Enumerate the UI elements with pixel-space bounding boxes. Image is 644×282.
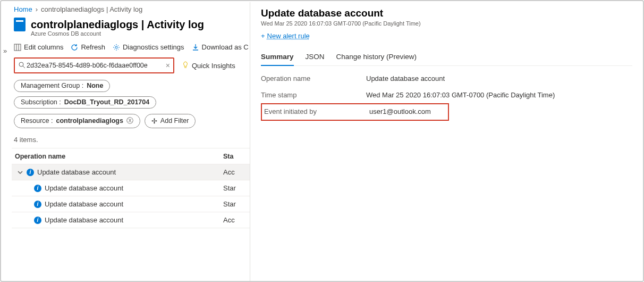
plus-icon: + [261, 32, 265, 40]
table-row[interactable]: i Update database account Acc [12, 212, 250, 228]
info-icon: i [34, 217, 41, 224]
info-icon: i [34, 201, 41, 208]
kv-operation-name: Operation name Update database account [261, 74, 632, 82]
refresh-button[interactable]: Refresh [71, 43, 105, 51]
kv-key: Time stamp [261, 91, 366, 99]
info-icon: i [27, 169, 34, 176]
kv-time-stamp: Time stamp Wed Mar 25 2020 16:07:03 GMT-… [261, 91, 632, 99]
row-status: Acc [223, 168, 250, 176]
search-input[interactable] [26, 61, 166, 70]
table-header: Operation name Sta [12, 148, 250, 164]
expand-nav-handle[interactable]: » [3, 47, 7, 55]
detail-title: Update database account [261, 7, 632, 19]
search-box: × [14, 57, 174, 73]
filter-resource[interactable]: Resource : controlplanediaglogs ⓧ [14, 114, 140, 128]
columns-icon [14, 44, 21, 51]
lightbulb-icon [182, 61, 189, 70]
add-filter-icon: ✢ [151, 117, 157, 125]
chevron-right-icon: › [36, 5, 38, 13]
info-icon: i [34, 185, 41, 192]
refresh-icon [71, 44, 78, 51]
download-button[interactable]: Download as C [192, 43, 249, 51]
svg-rect-0 [14, 44, 21, 51]
row-status: Star [223, 200, 250, 208]
add-filter-label: Add Filter [160, 117, 189, 125]
activity-table: Operation name Sta i Update database acc… [12, 148, 250, 228]
row-status: Acc [223, 216, 250, 224]
row-op-name: Update database account [45, 200, 123, 208]
filter-subscription[interactable]: Subscription : DocDB_Tryout_RD_201704 [14, 96, 156, 109]
activity-log-pane: Home › controlplanediaglogs | Activity l… [12, 4, 250, 279]
kv-value: Wed Mar 25 2020 16:07:03 GMT-0700 (Pacif… [366, 91, 555, 99]
row-op-name: Update database account [37, 168, 116, 176]
mg-label: Management Group : [21, 82, 83, 89]
breadcrumb-home[interactable]: Home [14, 5, 32, 13]
page-title-row: controlplanediaglogs | Activity log [12, 16, 250, 31]
quick-insights-label: Quick Insights [192, 62, 235, 70]
gear-icon [113, 44, 120, 51]
table-row[interactable]: i Update database account Acc [12, 164, 250, 180]
sub-label: Subscription : [21, 98, 61, 106]
detail-timestamp: Wed Mar 25 2020 16:07:03 GMT-0700 (Pacif… [261, 20, 632, 27]
breadcrumb: Home › controlplanediaglogs | Activity l… [12, 4, 250, 16]
breadcrumb-current: controlplanediaglogs | Activity log [41, 5, 142, 13]
kv-event-initiated-by: Event initiated by user1@outlook.com [261, 103, 449, 121]
filter-pills: Management Group : None Subscription : D… [12, 79, 250, 113]
tab-summary[interactable]: Summary [261, 51, 294, 66]
search-row: × Quick Insights [12, 55, 250, 79]
res-value: controlplanediaglogs [56, 117, 123, 125]
edit-columns-label: Edit columns [24, 43, 63, 51]
new-alert-rule-label: New alert rule [267, 32, 310, 40]
search-icon [18, 61, 26, 70]
tab-change-history[interactable]: Change history (Preview) [336, 51, 417, 65]
cosmosdb-icon [14, 18, 26, 31]
row-op-name: Update database account [45, 184, 123, 192]
kv-key: Event initiated by [262, 107, 369, 115]
svg-point-4 [19, 62, 23, 67]
svg-line-5 [23, 66, 25, 68]
new-alert-rule-button[interactable]: + New alert rule [261, 32, 310, 40]
detail-pane: Update database account Wed Mar 25 2020 … [250, 2, 643, 281]
filter-management-group[interactable]: Management Group : None [14, 80, 110, 92]
kv-value: user1@outlook.com [369, 107, 431, 115]
mg-value: None [87, 82, 103, 89]
clear-search-icon[interactable]: × [166, 61, 170, 70]
table-row[interactable]: i Update database account Star [12, 180, 250, 196]
page-subtitle: Azure Cosmos DB account [12, 30, 250, 37]
download-label: Download as C [202, 43, 249, 51]
toolbar: Edit columns Refresh Diagnostics setting… [12, 37, 250, 55]
col-operation-name[interactable]: Operation name [12, 153, 223, 160]
download-icon [192, 44, 199, 51]
res-label: Resource : [21, 117, 53, 125]
row-status: Star [223, 184, 250, 192]
chevron-down-icon[interactable] [17, 169, 23, 176]
page-title: controlplanediaglogs | Activity log [31, 19, 204, 31]
filter-pills-2: Resource : controlplanediaglogs ⓧ ✢ Add … [12, 113, 250, 132]
kv-value: Update database account [366, 74, 445, 82]
detail-tabs: Summary JSON Change history (Preview) [261, 51, 632, 66]
svg-point-3 [115, 46, 117, 48]
tab-json[interactable]: JSON [306, 51, 325, 65]
edit-columns-button[interactable]: Edit columns [14, 43, 63, 51]
kv-key: Operation name [261, 74, 366, 82]
remove-filter-icon[interactable]: ⓧ [126, 116, 133, 126]
row-op-name: Update database account [45, 216, 123, 224]
quick-insights-button[interactable]: Quick Insights [182, 61, 235, 70]
item-count: 4 items. [12, 132, 250, 148]
sub-value: DocDB_Tryout_RD_201704 [64, 98, 150, 106]
col-status[interactable]: Sta [223, 153, 250, 160]
table-row[interactable]: i Update database account Star [12, 196, 250, 212]
refresh-label: Refresh [81, 43, 105, 51]
diagnostics-button[interactable]: Diagnostics settings [113, 43, 184, 51]
add-filter-button[interactable]: ✢ Add Filter [145, 114, 196, 128]
diagnostics-label: Diagnostics settings [123, 43, 184, 51]
